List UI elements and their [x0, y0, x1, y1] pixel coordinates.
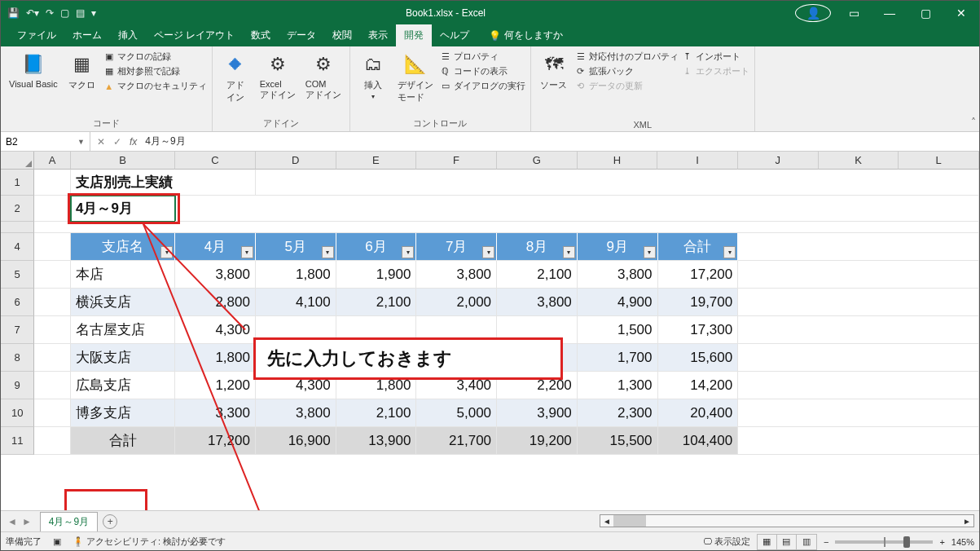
table-cell[interactable]: 14,200	[658, 372, 739, 399]
tell-me[interactable]: 💡何をしますか	[482, 24, 569, 46]
table-cell[interactable]: 17,300	[658, 316, 739, 344]
filter-icon[interactable]: ▾	[644, 246, 656, 258]
row-header[interactable]: 4	[1, 233, 34, 261]
row-header[interactable]: 2	[1, 196, 34, 222]
macro-security-button[interactable]: ▲マクロのセキュリティ	[103, 80, 207, 92]
table-header[interactable]: 5月▾	[256, 233, 336, 261]
col-header[interactable]: A	[34, 152, 70, 170]
table-cell[interactable]: 横浜支店	[71, 289, 175, 316]
save-icon[interactable]: 💾	[7, 7, 20, 19]
active-cell[interactable]: 4月～9月	[71, 196, 175, 222]
cell[interactable]	[738, 372, 979, 399]
row-header[interactable]: 9	[1, 372, 34, 399]
table-cell[interactable]: 2,800	[175, 289, 256, 316]
prev-sheet-icon[interactable]: ◄	[7, 516, 17, 527]
table-cell[interactable]: 3,900	[497, 399, 578, 427]
table-cell[interactable]: 19,700	[658, 289, 739, 316]
total-cell[interactable]: 16,900	[256, 427, 336, 455]
col-header[interactable]: K	[819, 152, 899, 170]
sheet-nav[interactable]: ◄►	[1, 516, 38, 527]
cell[interactable]	[34, 427, 71, 455]
cell[interactable]	[738, 427, 979, 455]
zoom-thumb[interactable]	[903, 536, 910, 548]
scroll-track[interactable]	[613, 515, 960, 527]
tab-formulas[interactable]: 数式	[243, 24, 279, 46]
zoom-slider[interactable]	[835, 540, 933, 544]
table-cell[interactable]: 3,800	[416, 261, 497, 289]
cell[interactable]	[34, 233, 71, 261]
table-cell[interactable]: 1,800	[256, 261, 336, 289]
zoom-in-button[interactable]: +	[939, 537, 944, 547]
tab-insert[interactable]: 挿入	[110, 24, 146, 46]
col-header[interactable]: E	[336, 152, 417, 170]
import-button[interactable]: ⤒インポート	[682, 51, 749, 63]
addins-button[interactable]: ⯁アド イン	[218, 49, 253, 106]
row-header[interactable]	[1, 222, 34, 233]
row-header[interactable]: 7	[1, 316, 34, 344]
cancel-icon[interactable]: ✕	[97, 136, 105, 148]
row-header[interactable]: 8	[1, 344, 34, 372]
tab-data[interactable]: データ	[279, 24, 324, 46]
col-header[interactable]: G	[497, 152, 578, 170]
table-cell[interactable]: 1,700	[578, 344, 658, 372]
table-header[interactable]: 9月▾	[578, 233, 658, 261]
cell[interactable]	[34, 372, 71, 399]
col-header[interactable]: H	[578, 152, 658, 170]
table-cell[interactable]: 2,300	[578, 399, 658, 427]
cell[interactable]	[34, 399, 71, 427]
table-cell[interactable]: 博多支店	[71, 399, 175, 427]
page-break-view-button[interactable]: ▥	[797, 535, 816, 549]
macros-button[interactable]: ▦マクロ	[64, 49, 100, 94]
table-header[interactable]: 4月▾	[175, 233, 256, 261]
relative-reference-button[interactable]: ▦相対参照で記録	[103, 65, 207, 77]
col-header[interactable]: C	[175, 152, 256, 170]
table-cell[interactable]: 広島支店	[71, 372, 175, 399]
filter-icon[interactable]: ▾	[723, 246, 736, 258]
filter-icon[interactable]: ▾	[241, 246, 253, 258]
cell[interactable]	[34, 316, 71, 344]
cell[interactable]	[34, 289, 71, 316]
display-settings-button[interactable]: 🖵 表示設定	[703, 536, 750, 548]
filter-icon[interactable]: ▾	[402, 246, 414, 258]
table-cell[interactable]: 名古屋支店	[71, 316, 175, 344]
excel-addins-button[interactable]: ⚙Excel アドイン	[257, 49, 299, 104]
total-cell[interactable]: 17,200	[175, 427, 256, 455]
table-cell[interactable]: 4,900	[578, 289, 658, 316]
name-box[interactable]: B2▼	[1, 132, 90, 151]
table-cell[interactable]: 1,900	[336, 261, 417, 289]
total-label[interactable]: 合計	[71, 427, 175, 455]
table-cell[interactable]: 2,100	[336, 289, 417, 316]
cell[interactable]	[738, 344, 979, 372]
expansion-pack-button[interactable]: ⟳拡張パック	[575, 65, 679, 77]
fx-icon[interactable]: fx	[130, 136, 137, 148]
spreadsheet-grid[interactable]: A B C D E F G H I J K L 1 支店別売上実績 2 4月～9…	[1, 152, 979, 510]
accessibility-status[interactable]: 🧍 アクセシビリティ: 検討が必要です	[73, 536, 226, 548]
table-cell[interactable]: 2,100	[336, 399, 417, 427]
cell[interactable]	[738, 261, 979, 289]
tab-view[interactable]: 表示	[360, 24, 396, 46]
table-header[interactable]: 支店名▾	[71, 233, 175, 261]
table-cell[interactable]: 1,800	[175, 344, 256, 372]
table-cell[interactable]: 3,800	[578, 261, 658, 289]
table-header[interactable]: 7月▾	[416, 233, 497, 261]
account-icon[interactable]: 👤	[795, 4, 831, 22]
cell[interactable]	[34, 170, 71, 196]
table-cell[interactable]: 1,300	[578, 372, 658, 399]
tab-home[interactable]: ホーム	[64, 24, 110, 46]
cell[interactable]	[34, 196, 71, 222]
scroll-left-icon[interactable]: ◄	[600, 517, 613, 526]
col-header[interactable]: B	[71, 152, 175, 170]
tab-review[interactable]: 校閲	[324, 24, 360, 46]
macro-record-icon[interactable]: ▣	[53, 536, 61, 547]
table-cell[interactable]: 2,000	[416, 289, 497, 316]
qat-dropdown-icon[interactable]: ▾	[91, 7, 96, 19]
cell[interactable]	[34, 344, 71, 372]
view-code-button[interactable]: ℚコードの表示	[440, 65, 525, 77]
qat-item-icon[interactable]: ▤	[76, 7, 85, 19]
col-header[interactable]: I	[657, 152, 738, 170]
formula-input[interactable]: 4月～9月	[145, 134, 185, 148]
table-cell[interactable]: 15,600	[658, 344, 739, 372]
horizontal-scrollbar[interactable]: ◄ ►	[600, 514, 974, 527]
table-cell[interactable]: 4,100	[256, 289, 336, 316]
collapse-ribbon-icon[interactable]: ˄	[971, 117, 976, 128]
